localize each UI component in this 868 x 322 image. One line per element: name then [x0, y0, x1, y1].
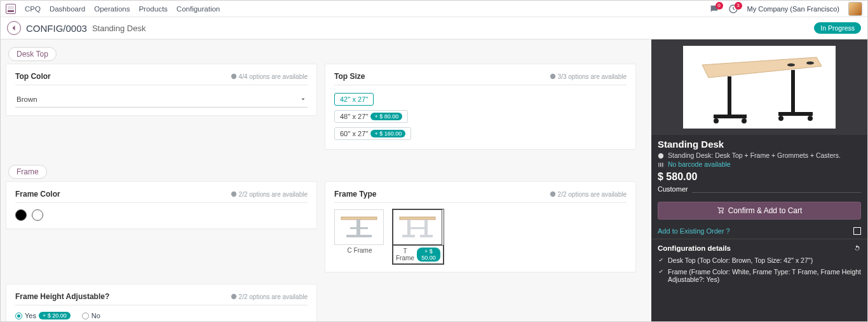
top-color-availability: 4/4 options are available [231, 73, 308, 80]
svg-point-2 [550, 74, 555, 79]
frame-height-yes-price: + $ 20.00 [39, 312, 71, 319]
clock-badge: 3 [735, 2, 742, 10]
confirm-button[interactable]: Confirm & Add to Cart [658, 202, 861, 220]
card-top-color: Top Color 4/4 options are available Brow… [6, 64, 317, 116]
frame-type-t[interactable]: T Frame + $ 50.00 [393, 209, 444, 264]
t-frame-price: + $ 50.00 [417, 248, 440, 262]
page-header: CONFIG/0003 Standing Desk In Progress [1, 17, 867, 39]
top-color-select[interactable]: Brown [15, 92, 308, 108]
size-option-48[interactable]: 48'' x 27'' + $ 80.00 [334, 110, 408, 123]
size-option-60[interactable]: 60'' x 27'' + $ 160.00 [334, 127, 411, 140]
config-id: CONFIG/0003 [26, 23, 87, 34]
app-logo-icon [6, 4, 16, 14]
svg-point-26 [778, 116, 783, 121]
svg-point-19 [806, 62, 814, 65]
svg-rect-20 [728, 76, 731, 116]
svg-rect-22 [714, 115, 747, 118]
summary-product-name: Standing Desk [651, 135, 867, 151]
chevron-down-icon [300, 96, 306, 102]
summary-panel: Standing Desk Standing Desk: Desk Top + … [651, 39, 867, 321]
add-existing-link[interactable]: Add to Existing Order ? [658, 227, 730, 235]
c-frame-icon [339, 213, 379, 241]
svg-point-18 [787, 64, 795, 67]
size-48-price: + $ 80.00 [370, 113, 402, 120]
check-icon [658, 257, 664, 263]
chat-icon[interactable]: 0 [709, 4, 719, 14]
card-top-size: Top Size 3/3 options are available 42'' … [325, 64, 636, 150]
svg-point-25 [742, 118, 747, 123]
svg-point-4 [550, 192, 555, 197]
config-detail-1: Desk Top (Top Color: Brown, Top Size: 42… [668, 256, 813, 264]
product-image [651, 39, 867, 135]
summary-price: $ 580.00 [651, 169, 867, 184]
reset-icon[interactable] [853, 244, 861, 252]
frame-color-availability: 2/2 options are available [231, 191, 308, 198]
top-size-title: Top Size [334, 72, 365, 81]
svg-rect-7 [346, 235, 372, 237]
customer-label: Customer [658, 185, 688, 193]
info-icon [231, 293, 237, 300]
card-frame-type: Frame Type 2/2 options are available [325, 181, 636, 272]
clock-icon[interactable]: 3 [728, 4, 738, 14]
frame-height-no[interactable]: No [82, 312, 100, 319]
nav-products[interactable]: Products [139, 5, 167, 13]
svg-point-28 [658, 153, 663, 158]
barcode-icon [658, 162, 664, 168]
size-60-price: + $ 160.00 [370, 130, 405, 137]
frame-type-title: Frame Type [334, 190, 376, 199]
svg-point-24 [714, 118, 719, 123]
frame-color-white[interactable] [32, 209, 43, 221]
top-size-availability: 3/3 options are available [550, 73, 627, 80]
top-nav: CPQ Dashboard Operations Products Config… [1, 1, 867, 17]
top-color-title: Top Color [15, 72, 51, 81]
t-frame-icon [397, 213, 438, 241]
barcode-link[interactable]: No barcode available [668, 160, 731, 168]
frame-height-title: Frame Height Adjustable? [15, 292, 109, 301]
info-icon [231, 73, 237, 80]
config-product-title: Standing Desk [92, 24, 146, 33]
config-detail-2: Frame (Frame Color: White, Frame Type: T… [668, 268, 861, 283]
status-badge: In Progress [814, 22, 861, 34]
frame-height-yes[interactable]: Yes + $ 20.00 [15, 312, 71, 319]
frame-color-title: Frame Color [15, 190, 60, 199]
frame-height-availability: 2/2 options are available [231, 293, 308, 300]
cart-icon [717, 207, 724, 214]
svg-rect-23 [778, 112, 813, 116]
svg-point-3 [231, 192, 236, 197]
frame-color-black[interactable] [15, 209, 27, 221]
section-frame-label: Frame [8, 165, 47, 179]
svg-rect-5 [341, 217, 377, 220]
card-frame-height: Frame Height Adjustable? 2/2 options are… [6, 284, 317, 321]
nav-configuration[interactable]: Configuration [177, 5, 220, 13]
desk-image-icon [683, 46, 836, 129]
frame-type-c[interactable]: C Frame [334, 209, 385, 264]
open-external-icon[interactable] [853, 227, 861, 235]
avatar[interactable] [848, 2, 862, 16]
frame-type-availability: 2/2 options are available [550, 191, 627, 198]
nav-dashboard[interactable]: Dashboard [50, 5, 85, 13]
size-option-42[interactable]: 42'' x 27'' [334, 93, 374, 106]
chat-badge: 0 [715, 2, 723, 10]
card-frame-color: Frame Color 2/2 options are available [6, 181, 317, 229]
svg-rect-21 [791, 70, 795, 115]
back-button[interactable] [7, 21, 21, 35]
config-area: Desk Top Top Color 4/4 options are avail… [1, 39, 651, 321]
svg-rect-14 [407, 227, 428, 229]
info-circle-icon [658, 153, 664, 159]
info-icon [231, 191, 237, 197]
company-name[interactable]: My Company (San Francisco) [747, 5, 840, 13]
svg-rect-13 [420, 235, 433, 237]
nav-operations[interactable]: Operations [94, 5, 130, 13]
svg-point-15 [231, 294, 236, 299]
customer-input[interactable] [692, 185, 861, 193]
svg-point-27 [808, 116, 813, 121]
summary-desc: Standing Desk: Desk Top + Frame + Gromme… [668, 151, 841, 159]
info-icon [550, 191, 556, 197]
section-desktop-label: Desk Top [8, 47, 57, 61]
app-name[interactable]: CPQ [25, 5, 41, 13]
config-details-heading: Configuration details [658, 244, 731, 252]
info-icon [550, 73, 556, 80]
svg-rect-9 [400, 217, 435, 220]
svg-point-1 [231, 74, 236, 79]
svg-rect-12 [402, 235, 415, 237]
